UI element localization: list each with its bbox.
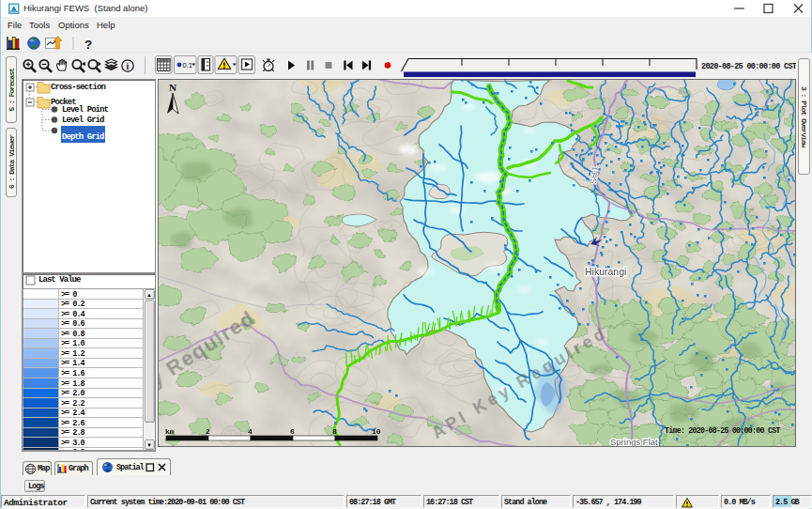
svg-text:SH 1: SH 1 [589, 165, 600, 184]
svg-text:N: N [169, 82, 176, 93]
svg-text:km: km [165, 427, 175, 436]
svg-text:4: 4 [248, 427, 253, 436]
svg-text:i: i [127, 61, 130, 71]
svg-text:Time: 2020-08-25 00:00:00 CST: Time: 2020-08-25 00:00:00 CST [665, 426, 780, 435]
svg-text:Springs Flat: Springs Flat [610, 437, 658, 447]
svg-text:0.1: 0.1 [183, 61, 192, 69]
svg-text:8: 8 [332, 427, 337, 436]
svg-text:6: 6 [290, 427, 295, 436]
svg-text:10: 10 [372, 427, 381, 436]
svg-text:?: ? [84, 38, 92, 52]
svg-text:Hikurangi: Hikurangi [585, 266, 626, 277]
svg-text:2020-08-25 00:00:00 CST: 2020-08-25 00:00:00 CST [701, 62, 796, 71]
svg-text:2: 2 [206, 427, 210, 436]
